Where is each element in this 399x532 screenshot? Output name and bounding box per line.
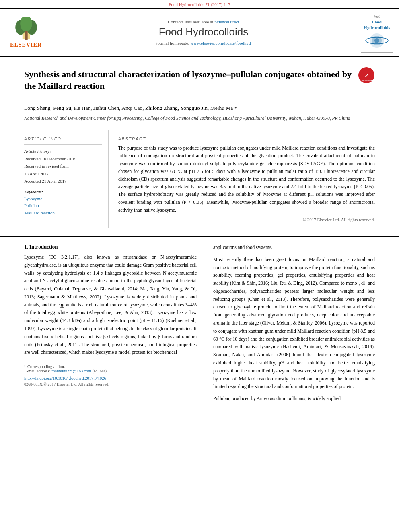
intro-section-title: 1. Introduction: [24, 244, 197, 250]
article-title: Synthesis and structural characterizatio…: [24, 69, 354, 92]
intro-paragraph-3: Pullulan, produced by Aureobasidium pull…: [213, 395, 375, 403]
author-affiliation: National Research and Development Center…: [24, 115, 375, 122]
journal-logo-title: Food Hydrocolloids: [364, 19, 390, 31]
revised-label: Received in revised form: [24, 163, 102, 170]
journal-logo-box: Food Food Hydrocolloids: [361, 12, 393, 53]
doi-line: http://dx.doi.org/10.1016/j.foodhyd.2017…: [24, 376, 197, 380]
crossmark-badge: ✓ CrossMark: [358, 67, 375, 85]
journal-homepage-link[interactable]: www.elsevier.com/locate/foodhyd: [190, 41, 251, 45]
email-link[interactable]: mameihuhm@163.com: [51, 369, 91, 373]
article-header: Synthesis and structural characterizatio…: [0, 57, 399, 122]
email-line: E-mail address: mameihuhm@163.com (M. Ma…: [24, 369, 197, 373]
journal-logo-graphic: [365, 32, 389, 50]
svg-rect-4: [25, 31, 27, 40]
doi-link[interactable]: http://dx.doi.org/10.1016/j.foodhyd.2017…: [24, 376, 106, 380]
journal-logo-label: Food: [374, 15, 380, 18]
main-body-section: 1. Introduction Lysozyme (EC 3.2.1.17), …: [0, 236, 399, 413]
corresponding-note: * Corresponding author.: [24, 364, 197, 369]
keyword-pullulan: Pullulan: [24, 202, 102, 210]
journal-volume-info: Food Hydrocolloids 71 (2017) 1–7: [169, 2, 230, 7]
elsevier-logo: ELSEVIER: [10, 17, 42, 48]
article-history-label: Article history:: [24, 148, 102, 155]
keyword-maillard: Maillard reaction: [24, 210, 102, 217]
elsevier-logo-section: ELSEVIER: [0, 9, 52, 56]
elsevier-wordmark: ELSEVIER: [10, 42, 42, 48]
intro-paragraph-1: Lysozyme (EC 3.2.1.17), also known as mu…: [24, 253, 197, 357]
journal-header: ELSEVIER Contents lists available at Sci…: [0, 8, 399, 57]
article-info-label: ARTICLE INFO: [24, 137, 102, 141]
received-date: Received 16 December 2016: [24, 156, 102, 162]
sciencedirect-line: Contents lists available at ScienceDirec…: [168, 19, 239, 24]
keywords-label: Keywords:: [24, 189, 102, 194]
footnote-area: * Corresponding author. E-mail address: …: [24, 362, 197, 386]
rights-line: 0268-005X/© 2017 Elsevier Ltd. All right…: [24, 382, 197, 386]
article-info-divider: [24, 144, 102, 145]
keywords-section: Keywords: Lysozyme Pullulan Maillard rea…: [24, 189, 102, 217]
journal-logo-section: Food Food Hydrocolloids: [355, 9, 399, 56]
elsevier-tree-icon: [10, 17, 42, 41]
article-info-col: ARTICLE INFO Article history: Received 1…: [24, 130, 109, 228]
article-info-abstract-section: ARTICLE INFO Article history: Received 1…: [0, 130, 399, 228]
journal-homepage-line: journal homepage: www.elsevier.com/locat…: [156, 41, 251, 45]
journal-title-section: Contents lists available at ScienceDirec…: [52, 9, 355, 56]
revised-date: 13 April 2017: [24, 170, 102, 177]
abstract-label: ABSTRACT: [118, 137, 375, 141]
intro-paragraph-2: Most recently there has been great focus…: [213, 256, 375, 391]
accepted-date: Accepted 21 April 2017: [24, 178, 102, 185]
svg-text:✓: ✓: [364, 73, 369, 79]
crossmark-icon: ✓ CrossMark: [358, 67, 375, 84]
intro-paragraph-1-cont: applications and food systems.: [213, 244, 375, 252]
journal-name: Food Hydrocolloids: [159, 26, 249, 38]
abstract-col: ABSTRACT The purpose of this study was t…: [109, 130, 375, 228]
body-left-col: 1. Introduction Lysozyme (EC 3.2.1.17), …: [24, 237, 205, 413]
abstract-text: The purpose of this study was to produce…: [118, 144, 375, 214]
keyword-lysozyme: Lysozyme: [24, 195, 102, 203]
copyright-line: © 2017 Elsevier Ltd. All rights reserved…: [118, 217, 375, 222]
sciencedirect-link[interactable]: ScienceDirect: [214, 19, 239, 24]
top-bar: Food Hydrocolloids 71 (2017) 1–7: [0, 0, 399, 8]
svg-text:CrossMark: CrossMark: [360, 79, 372, 82]
svg-point-7: [374, 38, 379, 43]
body-right-col: applications and food systems. Most rece…: [205, 237, 375, 413]
author-list: Long Sheng, Peng Su, Ke Han, Jiahui Chen…: [24, 104, 375, 113]
